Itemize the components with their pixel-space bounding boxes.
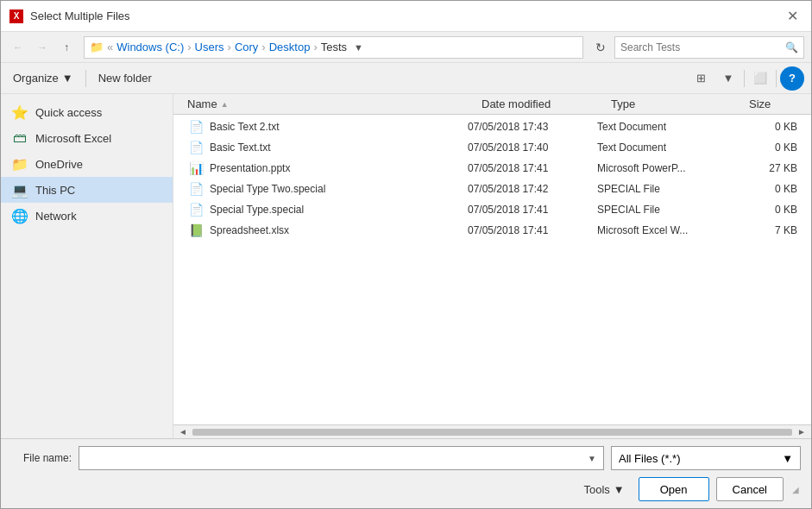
sidebar-item-excel[interactable]: 🗃 Microsoft Excel [1,125,173,151]
hscroll-right-arrow[interactable]: ► [794,427,809,437]
cancel-label: Cancel [733,483,767,496]
main-content: ⭐ Quick access 🗃 Microsoft Excel 📁 OneDr… [1,94,811,438]
filetype-value: All Files (*.*) [619,452,681,465]
file-type: Microsoft Excel W... [597,224,735,236]
quick-access-icon: ⭐ [11,104,28,121]
cancel-button[interactable]: Cancel [716,477,784,501]
view-toggle-button[interactable]: ⊞ [689,68,713,89]
breadcrumb-users[interactable]: Users [195,41,224,53]
sidebar-item-onedrive[interactable]: 📁 OneDrive [1,151,173,177]
sidebar-item-quick-access[interactable]: ⭐ Quick access [1,99,173,125]
file-icon: 📄 [187,203,205,217]
tools-button[interactable]: Tools ▼ [576,480,631,500]
col-header-name[interactable]: Name ▲ [180,94,475,114]
view-dropdown-button[interactable]: ▼ [716,68,740,89]
resize-handle: ◢ [790,485,801,494]
file-icon: 📄 [187,182,205,196]
toolbar-separator [85,70,86,87]
tools-label: Tools [583,483,609,496]
breadcrumb-bar: 📁 « Windows (C:) › Users › Cory › Deskto… [84,36,583,59]
file-size: 0 KB [735,141,804,154]
hscroll-left-arrow[interactable]: ◄ [175,427,191,437]
sort-indicator: ▲ [221,100,229,109]
table-row[interactable]: 📗 Spreadsheet.xlsx 07/05/2018 17:41 Micr… [173,220,811,241]
breadcrumb-desktop[interactable]: Desktop [269,41,311,53]
help-button[interactable]: ? [780,66,804,91]
breadcrumb-windows[interactable]: Windows (C:) [116,41,184,53]
file-name: Special Type.special [210,204,468,216]
file-name: Spreadsheet.xlsx [210,224,468,236]
file-type: Text Document [597,141,735,154]
filetype-dropdown-icon: ▼ [782,452,793,465]
file-list-header: Name ▲ Date modified Type Size [173,94,811,115]
table-row[interactable]: 📊 Presentation.pptx 07/05/2018 17:41 Mic… [173,158,811,179]
title-bar: X Select Multiple Files ✕ [1,1,811,32]
hscroll-bar[interactable]: ◄ ► [173,424,811,438]
sidebar-label-onedrive: OneDrive [35,158,83,171]
refresh-button[interactable]: ↻ [590,37,611,58]
table-row[interactable]: 📄 Basic Text 2.txt 07/05/2018 17:43 Text… [173,116,811,137]
back-button[interactable]: ← [8,37,28,58]
file-date: 07/05/2018 17:41 [468,224,597,236]
file-size: 0 KB [735,121,804,133]
filetype-select[interactable]: All Files (*.*) ▼ [611,446,801,470]
file-size: 27 KB [735,162,804,174]
search-icon: 🔍 [785,41,798,53]
open-label: Open [660,483,688,496]
file-date: 07/05/2018 17:41 [468,204,597,216]
file-date: 07/05/2018 17:43 [468,121,597,133]
up-button[interactable]: ↑ [56,37,77,58]
sidebar-label-this-pc: This PC [35,184,75,197]
file-type: Text Document [597,121,735,133]
sidebar-label-excel: Microsoft Excel [35,132,111,145]
toolbar-right: ⊞ ▼ ⬜ ? [689,66,804,91]
network-icon: 🌐 [11,208,28,224]
col-header-size[interactable]: Size [742,94,811,114]
col-header-type[interactable]: Type [604,94,742,114]
toolbar: Organize ▼ New folder ⊞ ▼ ⬜ ? [1,63,811,94]
dialog-icon: X [9,9,23,23]
this-pc-icon: 💻 [11,182,28,198]
new-folder-button[interactable]: New folder [93,69,157,87]
file-name: Special Type Two.special [210,183,468,195]
hscroll-thumb[interactable] [192,429,792,436]
sidebar: ⭐ Quick access 🗃 Microsoft Excel 📁 OneDr… [1,94,173,438]
breadcrumb-current: Tests [321,41,347,53]
file-date: 07/05/2018 17:40 [468,141,597,154]
filename-dropdown-icon[interactable]: ▼ [588,454,596,463]
dialog-title: Select Multiple Files [30,9,130,22]
excel-icon: 🗃 [11,130,28,146]
breadcrumb-dropdown[interactable]: ▼ [354,42,363,53]
nav-bar: ← → ↑ 📁 « Windows (C:) › Users › Cory › … [1,32,811,63]
search-input[interactable] [620,41,785,53]
file-size: 0 KB [735,183,804,195]
file-date: 07/05/2018 17:42 [468,183,597,195]
table-row[interactable]: 📄 Special Type Two.special 07/05/2018 17… [173,179,811,199]
folder-icon: 📁 [90,41,104,53]
organize-label: Organize [13,72,59,85]
col-header-date[interactable]: Date modified [475,94,604,114]
filename-input[interactable]: ▼ [79,446,604,470]
forward-button[interactable]: → [32,37,53,58]
sidebar-label-quick-access: Quick access [35,106,102,119]
search-box: 🔍 [614,36,804,59]
file-icon: 📊 [187,161,205,175]
actions-row: Tools ▼ Open Cancel ◢ [11,477,801,501]
breadcrumb-cory[interactable]: Cory [235,41,258,53]
bottom-bar: File name: ▼ All Files (*.*) ▼ Tools ▼ O… [1,438,811,508]
file-name: Presentation.pptx [210,162,468,174]
organize-button[interactable]: Organize ▼ [8,69,79,87]
file-size: 0 KB [735,204,804,216]
open-button[interactable]: Open [639,477,709,501]
organize-dropdown-icon: ▼ [62,72,73,85]
close-button[interactable]: ✕ [782,6,803,27]
table-row[interactable]: 📄 Basic Text.txt 07/05/2018 17:40 Text D… [173,137,811,158]
file-icon: 📗 [187,223,205,237]
sidebar-label-network: Network [35,210,77,223]
new-folder-label: New folder [98,72,152,85]
dialog: X Select Multiple Files ✕ ← → ↑ 📁 « Wind… [0,0,812,509]
preview-button[interactable]: ⬜ [748,68,772,89]
sidebar-item-network[interactable]: 🌐 Network [1,203,173,229]
sidebar-item-this-pc[interactable]: 💻 This PC [1,177,173,203]
table-row[interactable]: 📄 Special Type.special 07/05/2018 17:41 … [173,199,811,220]
